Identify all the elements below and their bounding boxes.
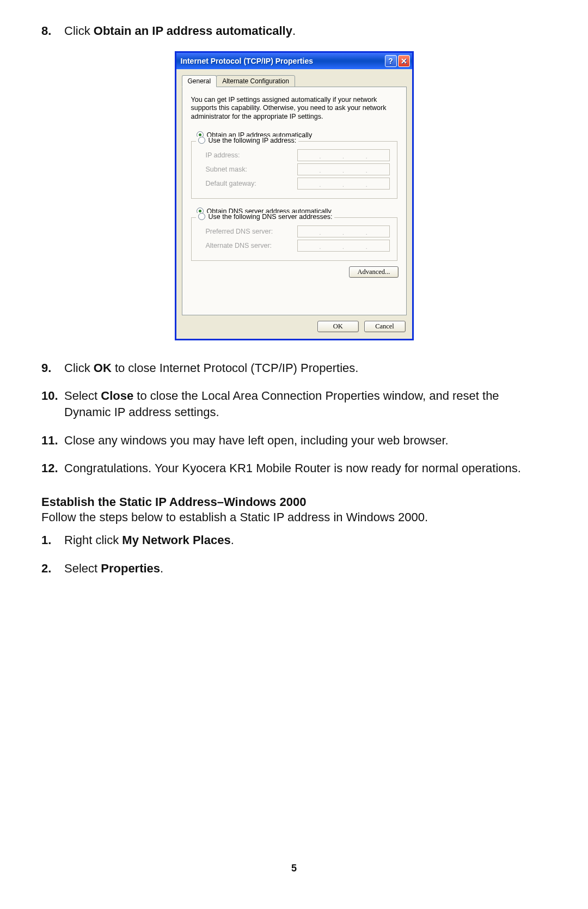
step-8-body: Click Obtain an IP address automatically… [64, 23, 547, 39]
section-heading: Establish the Static IP Address–Windows … [41, 495, 547, 509]
radio-use-following-dns[interactable]: Use the following DNS server addresses: [196, 213, 335, 221]
panel-description: You can get IP settings assigned automat… [191, 96, 397, 121]
substep-1: 1. Right click My Network Places. [41, 532, 547, 548]
input-default-gateway[interactable]: ... [297, 178, 390, 190]
text: . [231, 533, 234, 547]
input-subnet-mask[interactable]: ... [297, 163, 390, 175]
radio-use-following-dns-label: Use the following DNS server addresses: [209, 213, 333, 221]
text: Select [64, 389, 101, 402]
step-8-bold: Obtain an IP address automatically [94, 24, 292, 38]
step-9: 9. Click OK to close Internet Protocol (… [41, 360, 547, 376]
substep-1-num: 1. [41, 532, 64, 548]
step-10-num: 10. [41, 388, 64, 420]
cancel-button[interactable]: Cancel [364, 321, 406, 332]
substep-2-body: Select Properties. [64, 560, 547, 577]
step-11-body: Close any windows you may have left open… [64, 432, 547, 449]
text-bold: Close [101, 389, 133, 402]
text: Click [64, 361, 94, 375]
ok-button[interactable]: OK [317, 321, 359, 332]
tab-general[interactable]: General [182, 75, 217, 87]
step-12-num: 12. [41, 460, 64, 477]
step-12-body: Congratulations. Your Kyocera KR1 Mobile… [64, 460, 547, 477]
step-11: 11. Close any windows you may have left … [41, 432, 547, 449]
label-default-gateway: Default gateway: [206, 180, 297, 187]
text: Select [64, 562, 101, 575]
label-ip-address: IP address: [206, 151, 297, 159]
advanced-button[interactable]: Advanced... [349, 266, 398, 278]
input-preferred-dns[interactable]: ... [297, 225, 390, 237]
page-number: 5 [0, 863, 588, 874]
general-panel: You can get IP settings assigned automat… [182, 87, 407, 315]
group-use-dns: Use the following DNS server addresses: … [191, 217, 397, 261]
help-button[interactable]: ? [385, 55, 397, 67]
radio-icon [198, 213, 205, 220]
step-8-suffix: . [292, 24, 296, 38]
close-icon: ✕ [401, 57, 407, 65]
tab-alternate-config[interactable]: Alternate Configuration [216, 75, 295, 87]
text: Right click [64, 533, 122, 547]
input-ip-address[interactable]: ... [297, 149, 390, 161]
text-bold: OK [94, 361, 112, 375]
text-bold: Properties [101, 562, 160, 575]
window-titlebar: Internet Protocol (TCP/IP) Properties ? … [176, 53, 412, 69]
input-alternate-dns[interactable]: ... [297, 240, 390, 252]
text: . [160, 562, 163, 575]
step-12: 12. Congratulations. Your Kyocera KR1 Mo… [41, 460, 547, 477]
step-11-num: 11. [41, 432, 64, 449]
radio-use-following-ip-label: Use the following IP address: [209, 137, 297, 144]
window-title: Internet Protocol (TCP/IP) Properties [181, 57, 384, 65]
close-button[interactable]: ✕ [398, 55, 410, 67]
step-10-body: Select Close to close the Local Area Con… [64, 388, 547, 420]
label-subnet-mask: Subnet mask: [206, 166, 297, 173]
group-use-ip: Use the following IP address: IP address… [191, 141, 397, 199]
step-9-body: Click OK to close Internet Protocol (TCP… [64, 360, 547, 376]
dialog-wrap: Internet Protocol (TCP/IP) Properties ? … [41, 51, 547, 340]
step-9-num: 9. [41, 360, 64, 376]
tab-bar: General Alternate Configuration [182, 75, 407, 87]
step-8-prefix: Click [64, 24, 94, 38]
radio-icon [198, 137, 205, 144]
label-alternate-dns: Alternate DNS server: [206, 242, 297, 249]
step-10: 10. Select Close to close the Local Area… [41, 388, 547, 420]
radio-use-following-ip[interactable]: Use the following IP address: [196, 137, 299, 144]
section-intro: Follow the steps below to establish a St… [41, 510, 547, 524]
substep-1-body: Right click My Network Places. [64, 532, 547, 548]
step-8: 8. Click Obtain an IP address automatica… [41, 23, 547, 39]
substep-2-num: 2. [41, 560, 64, 577]
substep-2: 2. Select Properties. [41, 560, 547, 577]
tcpip-dialog: Internet Protocol (TCP/IP) Properties ? … [175, 51, 414, 340]
text: to close Internet Protocol (TCP/IP) Prop… [112, 361, 359, 375]
help-icon: ? [388, 57, 393, 65]
text-bold: My Network Places [122, 533, 230, 547]
step-8-num: 8. [41, 23, 64, 39]
label-preferred-dns: Preferred DNS server: [206, 228, 297, 235]
